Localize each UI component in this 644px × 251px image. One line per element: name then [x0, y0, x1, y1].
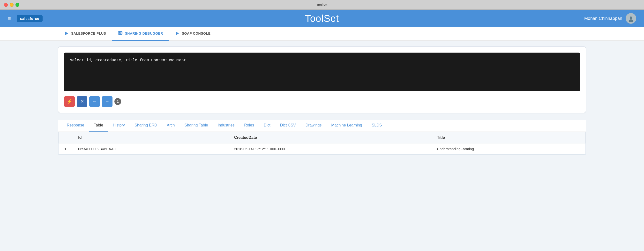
- col-header-id: Id: [72, 132, 228, 143]
- sharing-debugger-label: SHARING DEBUGGER: [125, 32, 163, 35]
- salesforce-logo: salesforce: [17, 15, 42, 22]
- col-header-row: [58, 132, 72, 143]
- table-row: 1 069f4000002B4BEAA0 2018-05-14T17:12:11…: [58, 143, 586, 155]
- nav-bar: SALESFORCE PLUS SHARING DEBUGGER SOAP CO…: [0, 27, 644, 41]
- hamburger-icon[interactable]: ≡: [8, 15, 11, 22]
- main-content: select id, createdDate, title from Conte…: [0, 41, 644, 251]
- sharing-erd-tab-label: Sharing ERD: [134, 123, 157, 127]
- tab-soap-console[interactable]: SOAP CONSOLE: [169, 27, 216, 41]
- tab-industries[interactable]: Industries: [213, 120, 239, 132]
- machine-learning-tab-label: Machine Learning: [331, 123, 362, 127]
- drawings-tab-label: Drawings: [306, 123, 322, 127]
- close-icon: ✕: [80, 99, 84, 104]
- close-button[interactable]: [4, 3, 8, 7]
- tab-history[interactable]: History: [108, 120, 130, 132]
- results-section: Response Table History Sharing ERD Arch …: [58, 120, 586, 155]
- arrow-left-icon: ←: [92, 99, 97, 104]
- user-info: Mohan Chinnappan: [584, 13, 636, 24]
- tab-machine-learning[interactable]: Machine Learning: [326, 120, 367, 132]
- page-badge: 1: [114, 98, 121, 105]
- svg-rect-7: [119, 34, 122, 34]
- svg-marker-3: [65, 32, 68, 35]
- cell-createddate: 2018-05-14T17:12:11.000+0000: [228, 143, 431, 155]
- lightning-icon: ⚡: [67, 99, 72, 104]
- svg-rect-4: [118, 32, 122, 34]
- svg-marker-8: [176, 32, 179, 35]
- tab-salesforce-plus[interactable]: SALESFORCE PLUS: [58, 27, 112, 41]
- traffic-lights: [4, 3, 19, 7]
- dict-tab-label: Dict: [264, 123, 270, 127]
- run-button[interactable]: ⚡: [64, 96, 75, 107]
- tab-slds[interactable]: SLDS: [367, 120, 387, 132]
- tab-sharing-erd[interactable]: Sharing ERD: [130, 120, 162, 132]
- result-tabs: Response Table History Sharing ERD Arch …: [58, 120, 586, 132]
- app-header: ≡ salesforce ToolSet Mohan Chinnappan: [0, 10, 644, 27]
- tab-response[interactable]: Response: [62, 120, 89, 132]
- minimize-button[interactable]: [10, 3, 14, 7]
- arch-tab-label: Arch: [167, 123, 175, 127]
- tab-table[interactable]: Table: [89, 120, 108, 132]
- tab-dict[interactable]: Dict: [259, 120, 275, 132]
- salesforce-plus-label: SALESFORCE PLUS: [71, 32, 106, 35]
- app-title: ToolSet: [305, 13, 339, 24]
- arrow-right-icon: →: [105, 99, 109, 104]
- prev-button[interactable]: ←: [89, 96, 100, 107]
- cell-title: UnderstandingFarming: [431, 143, 586, 155]
- history-tab-label: History: [113, 123, 125, 127]
- query-box: select id, createdDate, title from Conte…: [58, 47, 586, 113]
- tab-drawings[interactable]: Drawings: [301, 120, 326, 132]
- row-number: 1: [58, 143, 72, 155]
- tab-dict-csv[interactable]: Dict CSV: [275, 120, 301, 132]
- maximize-button[interactable]: [16, 3, 19, 7]
- table-tab-label: Table: [94, 123, 103, 127]
- user-name: Mohan Chinnappan: [584, 16, 622, 21]
- tab-arch[interactable]: Arch: [162, 120, 180, 132]
- cell-id: 069f4000002B4BEAA0: [72, 143, 228, 155]
- soap-console-icon: [175, 31, 180, 36]
- data-table: Id CreatedDate Title 1 069f4000002B4BEAA…: [58, 132, 586, 155]
- svg-rect-5: [119, 32, 120, 33]
- title-bar: ToolSet: [0, 0, 644, 10]
- query-actions: ⚡ ✕ ← → 1: [64, 96, 580, 107]
- tab-sharing-table[interactable]: Sharing Table: [180, 120, 213, 132]
- tab-sharing-debugger[interactable]: SHARING DEBUGGER: [112, 27, 168, 41]
- industries-tab-label: Industries: [218, 123, 234, 127]
- window-title: ToolSet: [316, 3, 328, 7]
- sharing-table-tab-label: Sharing Table: [184, 123, 208, 127]
- tab-roles[interactable]: Roles: [239, 120, 259, 132]
- response-tab-label: Response: [67, 123, 84, 127]
- data-table-container: Id CreatedDate Title 1 069f4000002B4BEAA…: [58, 132, 586, 155]
- clear-button[interactable]: ✕: [77, 96, 87, 107]
- col-header-createddate: CreatedDate: [228, 132, 431, 143]
- sharing-debugger-icon: [118, 31, 123, 36]
- slds-tab-label: SLDS: [372, 123, 382, 127]
- dict-csv-tab-label: Dict CSV: [280, 123, 296, 127]
- svg-point-1: [630, 17, 632, 19]
- soap-console-label: SOAP CONSOLE: [182, 32, 211, 35]
- col-header-title: Title: [431, 132, 586, 143]
- salesforce-plus-icon: [64, 31, 69, 36]
- query-editor[interactable]: select id, createdDate, title from Conte…: [64, 53, 580, 91]
- next-button[interactable]: →: [102, 96, 112, 107]
- roles-tab-label: Roles: [244, 123, 254, 127]
- table-header-row: Id CreatedDate Title: [58, 132, 586, 143]
- avatar: [626, 13, 636, 24]
- svg-rect-6: [120, 32, 122, 33]
